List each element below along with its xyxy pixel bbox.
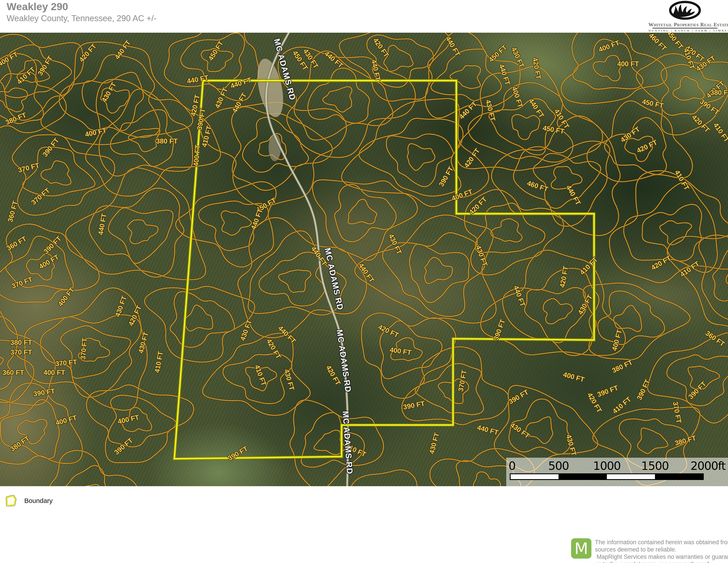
brand-tagline: HUNTING | RANCH | FARM | TIMBER (649, 29, 721, 32)
page-subtitle: Weakley County, Tennessee, 290 AC +/- (7, 14, 156, 23)
brand-logo: Whitetail Properties Real Estate HUNTING… (649, 0, 721, 33)
disclaimer-text: The information contained herein was obt… (595, 538, 728, 563)
scale-bar (506, 458, 728, 486)
antler-oval-icon (666, 0, 704, 22)
disclaimer-line: MapRight Services makes no warranties or… (595, 553, 728, 561)
boundary-polygon-icon (5, 495, 17, 507)
scale-bar-segment (655, 474, 703, 479)
legend-label: Boundary (24, 497, 53, 505)
scale-bar-segment (559, 474, 607, 479)
disclaimer-line: as to the completeness or accuracy there… (595, 561, 728, 563)
map-canvas: 400 FT410 FT390 FT380 FT390 FT370 FT360 … (0, 33, 728, 486)
header: Weakley 290 Weakley County, Tennessee, 2… (0, 0, 728, 33)
contour-lines (0, 33, 728, 486)
mapright-logo-icon: M (571, 538, 591, 559)
disclaimer-line: sources deemed to be reliable. (595, 546, 728, 553)
terrain-svg (0, 33, 728, 486)
mapright-m: M (574, 539, 588, 558)
scale-box (506, 458, 728, 486)
disclaimer-line: The information contained herein was obt… (595, 539, 728, 546)
brand-name: Whitetail Properties Real Estate (649, 22, 721, 28)
brand-rule (653, 28, 717, 28)
page-title: Weakley 290 (7, 0, 68, 13)
disclaimer: M The information contained herein was o… (571, 538, 728, 563)
page: Weakley 290 Weakley County, Tennessee, 2… (0, 0, 728, 563)
legend: Boundary (5, 494, 53, 507)
